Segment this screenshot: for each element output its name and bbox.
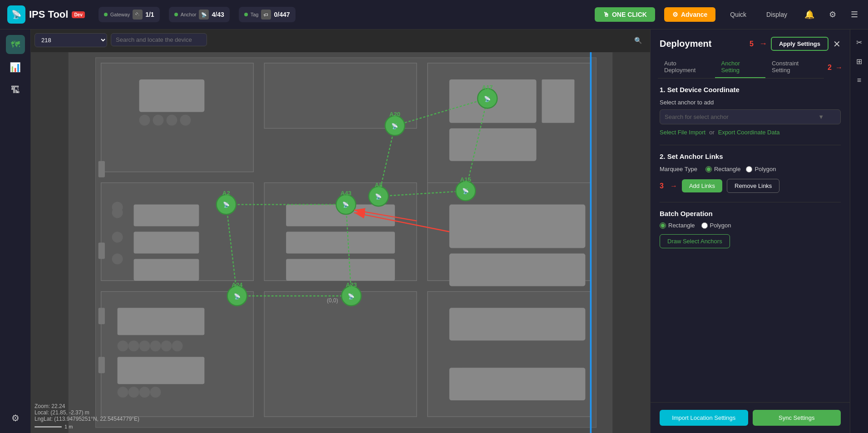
right-tool-2[interactable]: ⊞ xyxy=(852,54,867,69)
section-set-anchor-links: 2. Set Anchor Links Marquee Type Rectang… xyxy=(660,153,841,193)
tab-auto-deployment[interactable]: Auto Deployment xyxy=(658,56,715,78)
logo-icon: 📡 xyxy=(7,5,25,24)
notification-button[interactable]: 🔔 xyxy=(802,7,817,22)
gateway-icon: 🔌 xyxy=(133,10,143,20)
map-area: 218 🔍 xyxy=(31,30,650,433)
panel-tabs: Auto Deployment Anchor Setting Constrain… xyxy=(658,56,824,79)
anchor-label: Anchor xyxy=(181,12,197,17)
batch-polygon-radio[interactable]: Polygon xyxy=(701,222,731,229)
svg-text:A2: A2 xyxy=(222,190,230,197)
one-click-button[interactable]: 🖱 ONE CLICK xyxy=(595,7,655,22)
annotation-3: 3 xyxy=(660,182,664,190)
tab-constraint-setting[interactable]: Constraint Setting xyxy=(765,56,824,78)
divider-2 xyxy=(660,202,841,202)
remove-links-button[interactable]: Remove Links xyxy=(727,179,779,193)
svg-rect-25 xyxy=(286,259,395,280)
svg-rect-38 xyxy=(118,357,205,384)
svg-rect-46 xyxy=(99,243,105,259)
divider-1 xyxy=(660,145,841,145)
floor-plan: 📡 A17 📡 A20 📡 A8 📡 A15 📡 A2 xyxy=(31,52,650,433)
marquee-polygon-radio[interactable]: Polygon xyxy=(746,166,776,172)
select-anchor-label: Select anchor to add xyxy=(660,99,841,106)
sidebar-item-grid[interactable]: 🏗 xyxy=(6,80,25,99)
anchor-count: 4/43 xyxy=(212,11,224,18)
svg-point-9 xyxy=(180,115,191,126)
file-import-link[interactable]: Select File Import xyxy=(660,129,705,136)
anchor-icon: 📡 xyxy=(199,10,209,20)
svg-rect-5 xyxy=(139,79,205,112)
left-sidebar: 🗺 📊 🏗 ⚙ xyxy=(0,30,31,433)
right-tool-1[interactable]: ✂ xyxy=(852,35,867,49)
import-location-button[interactable]: Import Location Settings xyxy=(660,410,748,426)
lnglat-display: LngLat: (113.94795251°N, 22.54544779°E) xyxy=(35,416,139,422)
svg-text:📡: 📡 xyxy=(342,201,349,208)
search-icon: 🔍 xyxy=(634,37,642,44)
svg-text:A8: A8 xyxy=(375,182,382,188)
svg-text:A23: A23 xyxy=(346,281,357,288)
draw-select-anchors-button[interactable]: Draw Select Anchors xyxy=(660,234,730,248)
right-tool-3[interactable]: ≡ xyxy=(852,73,867,88)
apply-settings-button[interactable]: Apply Settings xyxy=(771,37,829,51)
menu-button[interactable]: ☰ xyxy=(848,7,861,22)
select-anchor-dropdown[interactable]: Search for select anchor ▼ xyxy=(660,109,841,124)
gateway-item: Gateway 🔌 1/1 xyxy=(99,7,160,22)
display-button[interactable]: Display xyxy=(761,7,793,22)
svg-rect-24 xyxy=(286,232,395,254)
svg-rect-17 xyxy=(134,232,199,254)
svg-text:A15: A15 xyxy=(460,176,471,183)
svg-point-6 xyxy=(139,115,150,126)
svg-rect-44 xyxy=(449,368,586,400)
section-set-device-coordinate: 1. Set Device Coordinate Select anchor t… xyxy=(660,86,841,136)
zoom-display: Zoom: 22.24 xyxy=(35,403,139,409)
sidebar-item-map[interactable]: 🗺 xyxy=(6,35,25,54)
coord-info: Zoom: 22.24 Local: (21.85, -2.37) m LngL… xyxy=(35,403,139,429)
search-wrap: 🔍 xyxy=(111,33,646,47)
batch-operation-section: Batch Operation Rectangle Polygon Draw S… xyxy=(660,210,841,248)
svg-rect-18 xyxy=(134,259,199,280)
anchor-dot xyxy=(174,13,178,16)
marquee-rectangle-input[interactable] xyxy=(705,166,712,172)
export-coordinate-link[interactable]: Export Coordinate Data xyxy=(718,129,780,136)
local-display: Local: (21.85, -2.37) m xyxy=(35,409,139,416)
batch-rectangle-input[interactable] xyxy=(660,222,666,229)
floor-select[interactable]: 218 xyxy=(35,33,107,47)
settings-button[interactable]: ⚙ xyxy=(826,7,839,22)
dropdown-arrow-icon: ▼ xyxy=(818,113,824,120)
svg-rect-43 xyxy=(449,308,586,340)
svg-rect-47 xyxy=(99,308,105,324)
svg-text:A17: A17 xyxy=(482,84,493,91)
search-input[interactable] xyxy=(111,33,207,46)
batch-polygon-input[interactable] xyxy=(701,222,708,229)
scale-label: 1 m xyxy=(64,424,73,429)
marquee-polygon-label: Polygon xyxy=(755,166,776,172)
add-links-button[interactable]: Add Links xyxy=(682,179,722,192)
right-icon-bar: ✂ ⊞ ≡ xyxy=(850,30,868,433)
svg-text:📡: 📡 xyxy=(223,201,230,208)
svg-rect-27 xyxy=(449,253,586,286)
panel-close-button[interactable]: ✕ xyxy=(833,39,841,49)
svg-point-37 xyxy=(172,340,182,351)
advance-button[interactable]: ⚙ Advance xyxy=(664,7,715,22)
svg-rect-26 xyxy=(449,205,586,248)
section2-title: 2. Set Anchor Links xyxy=(660,153,841,160)
batch-rectangle-radio[interactable]: Rectangle xyxy=(660,222,695,229)
panel-title: Deployment xyxy=(660,39,750,49)
svg-rect-45 xyxy=(99,161,105,177)
quick-button[interactable]: Quick xyxy=(725,7,752,22)
dev-badge: Dev xyxy=(72,11,84,18)
svg-point-35 xyxy=(150,340,161,351)
anchor-item: Anchor 📡 4/43 xyxy=(169,7,230,22)
svg-rect-16 xyxy=(134,205,199,226)
tag-item: Tag 🏷 0/447 xyxy=(239,7,296,22)
svg-point-33 xyxy=(128,340,139,351)
sidebar-item-chart[interactable]: 📊 xyxy=(6,58,25,77)
tab-anchor-setting[interactable]: Anchor Setting xyxy=(715,56,765,78)
sync-settings-button[interactable]: Sync Settings xyxy=(753,410,841,426)
marquee-rectangle-radio[interactable]: Rectangle xyxy=(705,166,741,172)
one-click-label: ONE CLICK xyxy=(612,11,647,18)
svg-point-40 xyxy=(128,387,139,398)
logo-area: 📡 IPS Tool Dev xyxy=(7,5,85,24)
marquee-polygon-input[interactable] xyxy=(746,166,752,172)
panel-content: 1. Set Device Coordinate Select anchor t… xyxy=(651,79,850,402)
sidebar-settings-button[interactable]: ⚙ xyxy=(6,408,25,428)
